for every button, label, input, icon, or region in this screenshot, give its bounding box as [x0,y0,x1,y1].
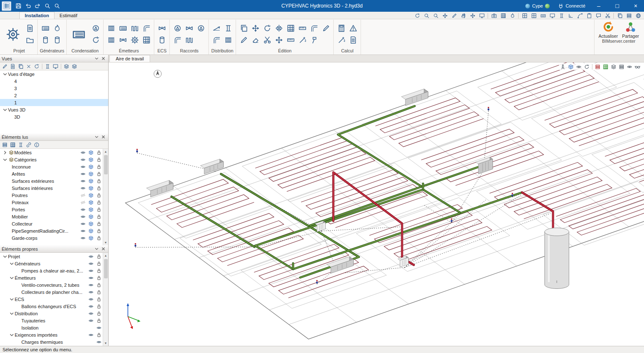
report-icon[interactable] [348,35,358,46]
maximize-button[interactable]: □ [609,0,626,12]
propres-tree-item[interactable]: Collecteurs de plancher cha... [0,288,103,296]
propres-tree-item[interactable]: Ventilo-convecteurs, 2 tubes [0,281,103,288]
edit-icon[interactable] [320,23,331,34]
draw-icon[interactable] [238,35,249,46]
expander-down-icon[interactable] [8,332,15,337]
vues-item-4[interactable]: 4 [0,78,108,85]
divide-icon[interactable] [262,35,273,46]
comment-icon[interactable] [594,12,603,19]
screens-icon[interactable] [548,12,557,19]
towel-radiator-icon[interactable] [106,35,117,46]
windows-icon[interactable] [615,12,624,19]
visibility-eye-icon[interactable] [88,311,93,316]
layer-off-icon[interactable] [70,63,78,70]
expander-down-icon[interactable] [2,157,8,162]
propres-tree-item[interactable]: ECS [0,296,103,303]
axes-icon[interactable] [468,12,477,19]
scroll-thumb[interactable] [104,155,108,174]
visibility-eye-icon[interactable] [80,236,86,241]
scroll-up-icon[interactable]: ▲ [103,149,108,154]
propres-tree-item[interactable]: Charges thermiques [0,338,103,345]
visibility-eye-icon[interactable] [88,297,93,302]
lus-tree-item[interactable]: Portes [0,206,103,213]
fan-icon[interactable] [90,35,101,46]
expander-down-icon[interactable] [8,261,15,266]
riser-icon[interactable] [223,23,234,34]
lock-icon[interactable] [96,171,101,176]
dhw-tank[interactable] [545,228,569,289]
pump-icon[interactable] [90,23,101,34]
lock-icon[interactable] [96,318,101,323]
node-icon[interactable] [273,35,284,46]
camera-icon[interactable] [489,12,499,19]
propres-tree-item[interactable]: Ballons échangeurs d'ECS [0,303,103,310]
eye-icon[interactable] [575,63,583,70]
mirror-icon[interactable] [273,23,284,34]
visibility-eye-icon[interactable] [80,157,86,162]
scrollbar[interactable]: ▲ ▼ [103,253,108,346]
lock-icon[interactable] [96,207,101,212]
expander-down-icon[interactable] [2,72,8,77]
lock-icon[interactable] [96,290,101,295]
visibility-eye-icon[interactable] [88,304,93,309]
3d-cube-icon[interactable] [88,228,93,234]
flexible-icon[interactable] [184,35,195,46]
expander-down-icon[interactable] [2,254,8,259]
texture-icon[interactable] [499,12,508,19]
boiler-icon[interactable] [52,23,62,34]
minimize-button[interactable]: – [590,0,607,12]
vues-item-2[interactable]: 2 [0,92,108,99]
lock-icon[interactable] [96,150,101,155]
visibility-eye-icon[interactable] [88,268,93,273]
tap-icon[interactable] [156,23,167,34]
partager-button[interactable]: Partager [622,21,639,39]
zoom-window-icon[interactable] [422,12,431,19]
pipe-icon[interactable] [211,35,222,46]
tank-electric-icon[interactable] [40,35,51,46]
3d-cube-icon[interactable] [88,200,93,205]
lus-tree-item[interactable]: Garde-corps [0,234,103,241]
lock-icon[interactable] [96,221,101,226]
info-icon[interactable] [33,141,41,148]
expander-down-icon[interactable] [2,107,8,112]
underfloor-icon[interactable] [129,23,140,34]
visibility-eye-icon[interactable] [80,221,86,226]
visibility-eye-icon[interactable] [80,171,86,176]
lock-icon[interactable] [96,311,101,316]
app-menu-button[interactable] [2,1,11,11]
box-icon[interactable] [567,63,575,70]
zoom-extents-icon[interactable] [431,12,440,19]
columns-icon[interactable] [17,141,25,148]
visibility-eye-icon[interactable] [88,254,93,259]
lus-tree-item[interactable]: Inconnue [0,163,103,170]
lock-icon[interactable] [96,236,101,241]
redo-icon[interactable] [33,2,42,10]
column-icon[interactable] [557,12,566,19]
propres-tree-item[interactable]: Distribution [0,310,103,317]
lock-icon[interactable] [96,268,101,273]
layout-icon[interactable] [624,12,634,19]
check-icon[interactable] [336,35,347,46]
vues-group-row[interactable]: Vues 3D [0,106,108,113]
manifold-icon[interactable] [223,35,234,46]
tank-dhw-icon[interactable] [156,35,167,46]
fan-coil-icon[interactable] [117,23,128,34]
visibility-eye-icon[interactable] [80,150,86,155]
monitor-icon[interactable] [477,12,486,19]
radiator-icon[interactable] [106,23,117,34]
globe-config-icon[interactable] [634,12,643,19]
flame-icon[interactable] [508,12,517,19]
slope-icon[interactable] [211,23,222,34]
lock-icon[interactable] [96,164,101,169]
plumb-icon[interactable] [559,63,567,70]
save-icon[interactable] [14,2,23,10]
ribbon-tab-installation[interactable]: Installation [19,12,55,19]
visibility-eye-icon[interactable] [96,340,101,345]
visibility-eye-icon[interactable] [80,164,86,169]
visibility-eye-icon[interactable] [80,186,86,191]
ribbon-tab-estimatif[interactable]: Estimatif [55,12,82,19]
visibility-eye-icon[interactable] [80,193,86,198]
lock-icon[interactable] [96,261,101,266]
layers-icon[interactable] [610,63,618,70]
visibility-eye-icon[interactable] [80,179,86,184]
